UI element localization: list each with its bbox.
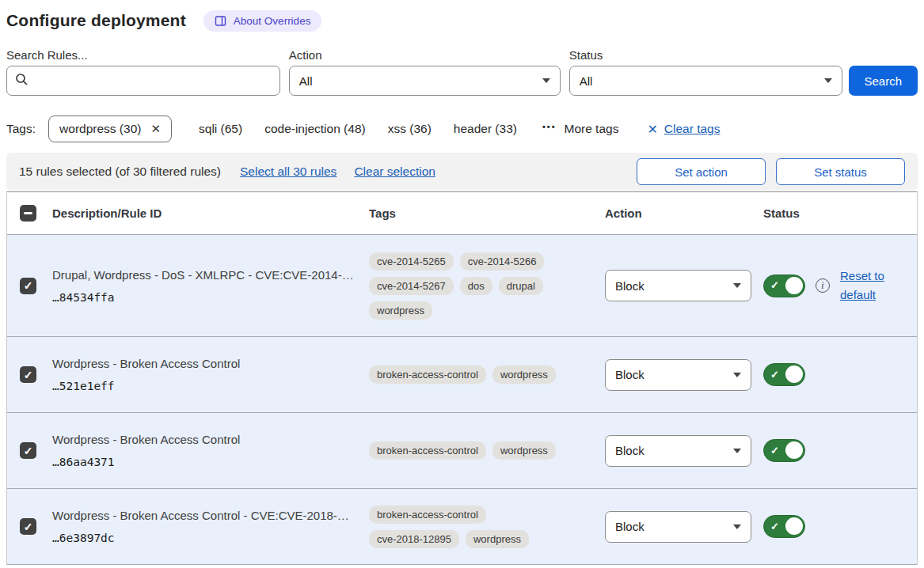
status-filter-select[interactable]: All — [569, 66, 842, 96]
toggle-knob — [785, 517, 803, 535]
table-row: ✓ Wordpress - Broken Access Control …86a… — [7, 413, 917, 489]
table-body: ✓ Drupal, Wordpress - DoS - XMLRPC - CVE… — [7, 235, 917, 565]
tag-pill: cve-2014-5265 — [369, 252, 454, 271]
action-filter-label: Action — [289, 48, 561, 62]
check-icon: ✓ — [770, 279, 779, 291]
tag-pill: broken-access-control — [369, 441, 486, 460]
check-icon: ✓ — [24, 521, 33, 532]
rule-tags: cve-2014-5265cve-2014-5266cve-2014-5267d… — [362, 252, 572, 320]
chevron-down-icon — [733, 449, 741, 453]
close-icon[interactable]: ✕ — [150, 122, 161, 136]
check-icon: ✓ — [770, 521, 779, 532]
column-header-description: Description/Rule ID — [45, 206, 362, 220]
tag-option-code-injection[interactable]: code-injection (48) — [264, 122, 366, 136]
check-icon: ✓ — [24, 369, 33, 381]
row-checkbox[interactable]: ✓ — [20, 278, 36, 294]
check-icon: ✓ — [24, 280, 33, 291]
rule-id: …521e1eff — [52, 380, 362, 392]
rule-id: …86aa4371 — [52, 456, 362, 468]
tag-option-sqli[interactable]: sqli (65) — [199, 122, 242, 136]
toggle-knob — [785, 441, 803, 459]
tag-pill: drupal — [499, 277, 543, 295]
status-toggle[interactable]: ✓ — [763, 439, 805, 462]
rule-action-select[interactable]: Block — [605, 435, 751, 467]
column-header-tags: Tags — [362, 206, 598, 220]
about-overrides-badge[interactable]: About Overrides — [203, 10, 322, 32]
search-rules-label: Search Rules... — [6, 48, 280, 62]
rule-action-select[interactable]: Block — [605, 359, 751, 391]
info-icon[interactable]: i — [816, 278, 830, 293]
rule-action-select[interactable]: Block — [605, 270, 751, 301]
rule-tags: broken-access-controlwordpress — [362, 441, 572, 460]
column-header-status: Status — [756, 206, 917, 220]
table-row: ✓ Drupal, Wordpress - DoS - XMLRPC - CVE… — [7, 235, 917, 337]
about-overrides-label: About Overrides — [234, 15, 311, 27]
tag-pill: wordpress — [492, 441, 556, 460]
rules-table: Description/Rule ID Tags Action Status ✓… — [6, 191, 918, 565]
check-icon: ✓ — [770, 369, 779, 381]
tag-pill: wordpress — [466, 530, 529, 548]
table-header-row: Description/Rule ID Tags Action Status — [7, 192, 917, 235]
row-checkbox[interactable]: ✓ — [20, 518, 36, 535]
rule-action-value: Block — [615, 279, 645, 293]
more-tags-label: More tags — [565, 122, 619, 136]
tag-option-xss[interactable]: xss (36) — [388, 122, 432, 136]
toggle-knob — [785, 365, 803, 383]
tags-label: Tags: — [6, 122, 36, 136]
row-checkbox[interactable]: ✓ — [20, 442, 36, 459]
action-filter-select[interactable]: All — [289, 66, 561, 96]
status-filter-label: Status — [569, 48, 842, 62]
page-title: Configure deployment — [6, 11, 186, 30]
set-action-button[interactable]: Set action — [637, 158, 766, 185]
rule-tags: broken-access-controlcve-2018-12895wordp… — [362, 506, 572, 548]
selected-tag-label: wordpress (30) — [59, 122, 141, 136]
toggle-knob — [785, 277, 803, 294]
rule-id: …84534ffa — [52, 291, 362, 304]
tag-option-header[interactable]: header (33) — [454, 122, 517, 136]
search-input[interactable] — [35, 66, 272, 95]
status-toggle[interactable]: ✓ — [763, 363, 805, 386]
selected-tag-wordpress[interactable]: wordpress (30) ✕ — [48, 115, 172, 142]
page-header: Configure deployment About Overrides — [6, 8, 918, 33]
search-button[interactable]: Search — [849, 66, 918, 96]
chevron-down-icon — [733, 524, 741, 529]
chevron-down-icon — [542, 78, 550, 83]
search-rules-field[interactable] — [6, 66, 280, 96]
status-toggle[interactable]: ✓ — [763, 275, 805, 297]
table-row: ✓ Wordpress - Broken Access Control …521… — [7, 337, 917, 413]
select-all-checkbox[interactable] — [20, 205, 36, 222]
rule-description: Wordpress - Broken Access Control - CVE:… — [52, 509, 362, 522]
tag-pill: wordpress — [369, 301, 432, 320]
rule-id: …6e3897dc — [52, 532, 362, 544]
book-icon — [215, 15, 226, 27]
reset-to-default-link[interactable]: Reset to default — [840, 267, 891, 305]
column-header-action: Action — [598, 206, 756, 220]
set-status-button[interactable]: Set status — [776, 158, 905, 185]
status-filter-value: All — [580, 74, 593, 88]
table-row: ✓ Wordpress - Broken Access Control - CV… — [7, 489, 917, 565]
rule-description: Wordpress - Broken Access Control — [52, 357, 362, 370]
more-tags-button[interactable]: ••• More tags — [542, 122, 618, 136]
clear-selection-link[interactable]: Clear selection — [354, 165, 435, 179]
rule-description: Wordpress - Broken Access Control — [52, 433, 362, 446]
rule-action-value: Block — [615, 444, 645, 457]
minus-icon — [24, 212, 32, 214]
selection-bar: 15 rules selected (of 30 filtered rules)… — [6, 153, 918, 191]
search-icon — [15, 73, 29, 89]
chevron-down-icon — [733, 283, 741, 288]
clear-tags-label: Clear tags — [664, 122, 721, 136]
rule-action-value: Block — [615, 368, 645, 381]
row-checkbox[interactable]: ✓ — [20, 366, 36, 383]
rule-action-select[interactable]: Block — [605, 511, 751, 543]
clear-tags-link[interactable]: ✕ Clear tags — [647, 122, 720, 137]
select-all-rules-link[interactable]: Select all 30 rules — [240, 165, 337, 179]
chevron-down-icon — [824, 78, 832, 83]
rule-action-value: Block — [615, 520, 645, 533]
status-toggle[interactable]: ✓ — [763, 515, 805, 538]
check-icon: ✓ — [24, 445, 33, 456]
chevron-down-icon — [733, 373, 741, 377]
tag-pill: cve-2014-5267 — [369, 277, 454, 295]
tag-pill: broken-access-control — [369, 506, 486, 524]
tag-pill: broken-access-control — [369, 365, 486, 384]
rule-tags: broken-access-controlwordpress — [362, 365, 572, 384]
